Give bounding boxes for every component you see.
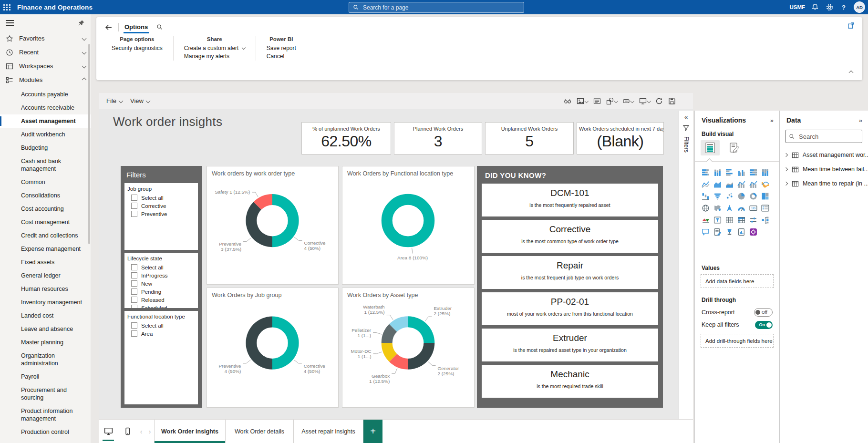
sidebar-module-production-control[interactable]: Production control	[0, 425, 91, 439]
filter-option-corrective[interactable]: Corrective	[131, 203, 195, 209]
ribbon-chart-icon[interactable]	[759, 178, 771, 190]
sidebar-module-product-information-management[interactable]: Product information management	[0, 404, 91, 425]
sidebar-module-asset-management[interactable]: Asset management	[0, 114, 91, 128]
visuals-icon[interactable]	[638, 96, 651, 106]
sidebar-module-accounts-receivable[interactable]: Accounts receivable	[0, 101, 91, 114]
checkbox[interactable]	[131, 288, 137, 295]
add-data-fields-well[interactable]: Add data fields here	[701, 274, 774, 288]
treemap-icon[interactable]	[759, 190, 771, 202]
sidebar-module-common[interactable]: Common	[0, 175, 91, 189]
sidebar-module-accounts-payable[interactable]: Accounts payable	[0, 88, 91, 101]
collapse-visualizations-icon[interactable]: »	[770, 117, 774, 124]
sidebar-module-credit-and-collections[interactable]: Credit and collections	[0, 229, 91, 242]
stacked-area-chart-icon[interactable]	[723, 178, 735, 190]
add-drill-through-fields-well[interactable]: Add drill-through fields here	[701, 334, 774, 348]
checkbox[interactable]	[131, 203, 137, 209]
filter-option-select-all[interactable]: Select all	[131, 264, 195, 270]
checkbox[interactable]	[131, 264, 137, 270]
sidebar-scrollbar[interactable]	[88, 44, 90, 244]
kpi-card-planned-work-orders[interactable]: Planned Work Orders 3	[394, 122, 482, 155]
checkbox[interactable]	[131, 272, 137, 278]
sidebar-module-cash-and-bank-management[interactable]: Cash and bank management	[0, 155, 91, 175]
report-page-tab-work-order-details[interactable]: Work Order details	[225, 420, 293, 443]
tab-options[interactable]: Options	[124, 21, 149, 33]
gauge-icon[interactable]	[735, 202, 747, 214]
table-icon[interactable]	[723, 214, 735, 226]
donut-slice-extruder[interactable]	[408, 316, 435, 343]
kpi-card-of-unplanned-work-orders[interactable]: % of unplanned Work Orders 62.50%	[301, 122, 391, 155]
sidebar-module-general-ledger[interactable]: General ledger	[0, 269, 91, 282]
expand-chevron-icon[interactable]	[784, 153, 788, 157]
sidebar-module-cost-management[interactable]: Cost management	[0, 216, 91, 229]
waterfall-chart-icon[interactable]	[700, 190, 712, 202]
report-page-tab-asset-repair-insights[interactable]: Asset repair insights	[293, 420, 363, 443]
sidebar-module-human-resources[interactable]: Human resources	[0, 282, 91, 296]
data-search-box[interactable]	[785, 130, 862, 143]
sidebar-item-favorites[interactable]: Favorites	[0, 31, 91, 45]
chart-work-orders-by-functional-location-type[interactable]: Work Orders by Functional location typeA…	[342, 166, 475, 285]
sidebar-module-audit-workbench[interactable]: Audit workbench	[0, 128, 91, 141]
open-in-new-window-icon[interactable]	[847, 22, 855, 29]
filter-option-pending[interactable]: Pending	[131, 288, 195, 295]
data-field-mean-time-to-repair-in[interactable]: Mean time to repair (in ...	[780, 176, 868, 191]
chart-work-orders-by-asset-type[interactable]: Work Orders by Asset typeExtruder2 (25%)…	[342, 288, 475, 408]
collapse-data-pane-icon[interactable]: »	[859, 117, 862, 124]
text-box-icon[interactable]	[592, 96, 602, 106]
checkbox[interactable]	[131, 322, 137, 329]
sidebar-module-fixed-assets[interactable]: Fixed assets	[0, 256, 91, 269]
numeric-range-slicer-icon[interactable]	[747, 214, 759, 226]
donut-chart-icon[interactable]	[747, 190, 759, 202]
sidebar-module-organization-administration[interactable]: Organization administration	[0, 349, 91, 370]
chart-work-orders-by-job-group[interactable]: Work Orders by Job groupCorrective4 (50%…	[207, 288, 339, 408]
clustered-column-chart-icon[interactable]	[735, 166, 747, 178]
slicer-icon[interactable]	[712, 214, 723, 226]
filter-option-area[interactable]: Area	[131, 330, 195, 337]
hamburger-menu-icon[interactable]	[6, 19, 14, 27]
filled-map-icon[interactable]	[712, 202, 723, 214]
previous-page-icon[interactable]: ‹	[137, 420, 145, 443]
create-a-custom-alert-button[interactable]: Create a custom alert	[184, 44, 245, 52]
view-icon[interactable]	[563, 96, 572, 106]
back-button[interactable]	[103, 22, 114, 32]
settings-gear-icon[interactable]	[825, 3, 834, 11]
filter-option-new[interactable]: New	[131, 280, 195, 287]
menu-view[interactable]: View	[130, 97, 150, 104]
checkbox[interactable]	[131, 305, 137, 308]
filter-option-scheduled[interactable]: Scheduled	[131, 305, 195, 308]
sidebar-module-budgeting[interactable]: Budgeting	[0, 141, 91, 155]
area-chart-icon[interactable]	[712, 178, 723, 190]
sidebar-module-expense-management[interactable]: Expense management	[0, 242, 91, 256]
donut-slice-area[interactable]	[387, 199, 429, 242]
filter-option-select-all[interactable]: Select all	[131, 322, 195, 329]
paginated-report-icon[interactable]	[735, 226, 747, 238]
desktop-view-icon[interactable]	[99, 420, 118, 443]
line-stacked-column-chart-icon[interactable]	[735, 178, 747, 190]
multi-row-card-icon[interactable]	[759, 202, 771, 214]
data-field-asset-management-wor[interactable]: Asset management wor...	[780, 148, 868, 162]
kpi-card-work-orders-scheduled-in-next-7-days[interactable]: Work Orders scheduled in next 7 days (Bl…	[577, 122, 664, 155]
security-diagnostics-button[interactable]: Security diagnostics	[112, 44, 163, 52]
checkbox[interactable]	[131, 195, 137, 201]
filter-option-preventive[interactable]: Preventive	[131, 211, 195, 217]
company-selector[interactable]: USMF	[789, 4, 805, 10]
pin-sidebar-icon[interactable]	[78, 20, 85, 27]
save-icon[interactable]	[667, 96, 677, 106]
sidebar-item-recent[interactable]: Recent	[0, 45, 91, 59]
scatter-chart-icon[interactable]	[723, 190, 735, 202]
100-stacked-column-chart-icon[interactable]	[759, 166, 771, 178]
action-search-icon[interactable]	[156, 24, 163, 31]
checkbox[interactable]	[131, 330, 137, 337]
checkbox[interactable]	[131, 297, 137, 303]
mobile-view-icon[interactable]	[118, 420, 137, 443]
menu-file[interactable]: File	[106, 97, 123, 104]
sidebar-module-cost-accounting[interactable]: Cost accounting	[0, 202, 91, 216]
sidebar-module-leave-and-absence[interactable]: Leave and absence	[0, 322, 91, 336]
format-visual-mode-button[interactable]	[724, 140, 744, 155]
shapes-icon[interactable]	[605, 96, 619, 106]
report-page-tab-work-order-insights[interactable]: Work Order insights	[154, 420, 225, 443]
cross-report-toggle[interactable]: Off	[754, 308, 773, 317]
waffle-menu-icon[interactable]	[0, 0, 14, 14]
sidebar-module-landed-cost[interactable]: Landed cost	[0, 309, 91, 322]
card-icon[interactable]: 123	[747, 202, 759, 214]
sidebar-module-inventory-management[interactable]: Inventory management	[0, 296, 91, 309]
